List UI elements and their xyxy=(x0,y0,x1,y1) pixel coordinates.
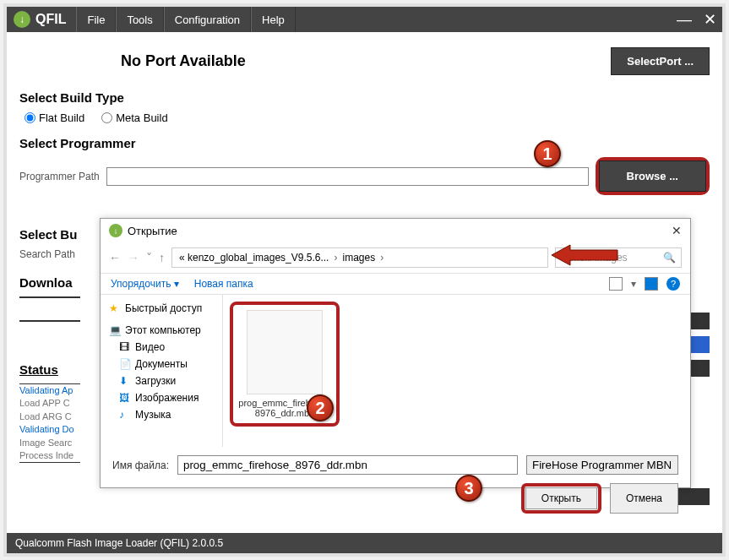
filetype-filter[interactable] xyxy=(526,455,678,475)
programmer-path-label: Programmer Path xyxy=(19,171,100,182)
view-icon[interactable] xyxy=(609,277,623,291)
sidebar-item-video[interactable]: 🎞Видео xyxy=(106,339,217,356)
titlebar: ↓ QFIL File Tools Configuration Help — ✕ xyxy=(7,7,722,32)
menu-file[interactable]: File xyxy=(76,7,116,32)
browse-button[interactable]: Browse ... xyxy=(599,160,706,192)
sidebar-item-this-pc[interactable]: 💻Этот компьютер xyxy=(106,322,217,339)
sidebar-item-images[interactable]: 🖼Изображения xyxy=(106,389,217,406)
sidebar-item-music[interactable]: ♪Музыка xyxy=(106,406,217,423)
select-port-button[interactable]: SelectPort ... xyxy=(611,47,710,75)
status-line: Load ARG C xyxy=(19,410,80,423)
help-icon[interactable]: ? xyxy=(666,277,680,291)
sidebar-item-quick-access[interactable]: ★Быстрый доступ xyxy=(106,300,217,317)
preview-pane-icon[interactable] xyxy=(645,277,658,291)
radio-meta-build[interactable]: Meta Build xyxy=(101,111,167,124)
minimize-button[interactable]: — xyxy=(672,7,697,32)
annotation-badge-3: 3 xyxy=(455,475,482,502)
chevron-right-icon: › xyxy=(334,252,337,264)
svg-marker-0 xyxy=(552,245,617,265)
radio-flat-build[interactable]: Flat Build xyxy=(24,111,84,124)
annotation-badge-2: 2 xyxy=(307,394,334,421)
open-highlight: Открыть xyxy=(521,483,601,514)
status-panel: Validating Ap Load APP C Load ARG C Vali… xyxy=(19,383,80,463)
annotation-arrow xyxy=(552,242,619,269)
status-line: Validating Do xyxy=(19,423,80,436)
cancel-button[interactable]: Отмена xyxy=(610,483,678,514)
statusbar: Qualcomm Flash Image Loader (QFIL) 2.0.0… xyxy=(7,533,722,553)
nav-back-icon[interactable]: ← xyxy=(109,251,121,264)
chevron-right-icon: › xyxy=(380,252,384,264)
status-line: Process Inde xyxy=(19,449,80,462)
browse-highlight: Browse ... xyxy=(596,157,710,195)
programmer-path-input[interactable] xyxy=(106,167,589,186)
sidebar-item-downloads[interactable]: ⬇Загрузки xyxy=(106,372,217,389)
open-file-dialog: ↓ Открытие ✕ ← → ˅ ↑ « kenzo_global_imag… xyxy=(100,218,691,488)
organize-dropdown[interactable]: Упорядочить ▾ xyxy=(111,278,179,290)
open-button[interactable]: Открыть xyxy=(525,487,597,509)
menu-help[interactable]: Help xyxy=(251,7,296,32)
file-icon[interactable] xyxy=(247,310,323,394)
port-status: No Port Available xyxy=(121,52,246,70)
close-button[interactable]: ✕ xyxy=(697,7,722,32)
dialog-icon: ↓ xyxy=(109,224,122,237)
programmer-title: Select Programmer xyxy=(19,136,710,150)
sidebar-item-documents[interactable]: 📄Документы xyxy=(106,356,217,372)
filename-input[interactable] xyxy=(177,455,518,475)
dialog-close-button[interactable]: ✕ xyxy=(672,224,682,237)
status-line: Validating Ap xyxy=(19,384,80,397)
sidebar: ★Быстрый доступ 💻Этот компьютер 🎞Видео 📄… xyxy=(101,295,223,447)
status-line: Load APP C xyxy=(19,397,80,410)
nav-recent-icon[interactable]: ˅ xyxy=(146,251,152,264)
nav-forward-icon[interactable]: → xyxy=(128,251,139,264)
app-title: QFIL xyxy=(35,12,66,27)
filename-label: Имя файла: xyxy=(112,459,169,471)
menu-config[interactable]: Configuration xyxy=(164,7,251,32)
breadcrumb[interactable]: « kenzo_global_images_V9.5.6... › images… xyxy=(171,247,548,268)
new-folder-button[interactable]: Новая папка xyxy=(194,278,253,290)
build-type-title: Select Build Type xyxy=(19,90,710,105)
nav-up-icon[interactable]: ↑ xyxy=(159,251,165,264)
dialog-title: Открытие xyxy=(128,225,177,237)
menu-tools[interactable]: Tools xyxy=(116,7,163,32)
status-line: Image Searc xyxy=(19,437,80,449)
app-icon: ↓ xyxy=(14,11,30,28)
annotation-badge-1: 1 xyxy=(534,140,561,167)
chevron-down-icon[interactable]: ▾ xyxy=(631,278,636,290)
menubar: File Tools Configuration Help xyxy=(76,7,295,32)
search-icon: 🔍 xyxy=(663,252,676,264)
